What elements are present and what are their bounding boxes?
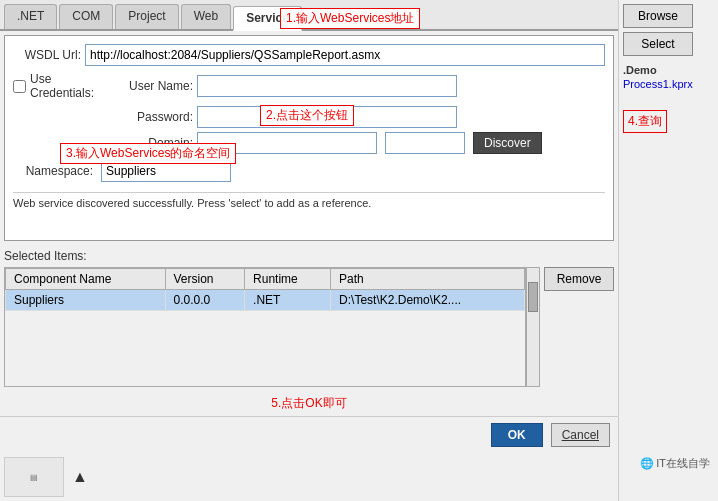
col-path: Path: [331, 269, 525, 290]
credentials-checkbox-wrap: Use Credentials:: [13, 72, 113, 100]
step4-label: 4.查询: [628, 114, 662, 128]
tab-service[interactable]: Service: [233, 6, 302, 31]
ok-cancel-row: OK Cancel: [0, 416, 618, 453]
tab-bar: .NET COM Project Web Service: [0, 0, 618, 31]
tab-dotnet[interactable]: .NET: [4, 4, 57, 29]
table-scrollbar[interactable]: [526, 267, 540, 387]
scrollbar-thumb: [528, 282, 538, 312]
watermark-text: IT在线自学: [656, 456, 710, 471]
tab-project[interactable]: Project: [115, 4, 178, 29]
discover-text-input[interactable]: [385, 132, 465, 154]
selected-items-section: Component Name Version Runtime Path Supp…: [4, 267, 614, 387]
username-input[interactable]: [197, 75, 457, 97]
username-field-row: User Name:: [113, 75, 457, 97]
bottom-area: 5.点击OK即可 OK Cancel: [0, 391, 618, 453]
right-sidebar: Browse Select .Demo Process1.kprx 4.查询 🌐…: [618, 0, 718, 501]
col-component-name: Component Name: [6, 269, 166, 290]
items-table-container: Component Name Version Runtime Path Supp…: [4, 267, 526, 387]
tab-com[interactable]: COM: [59, 4, 113, 29]
password-input[interactable]: [197, 106, 457, 128]
tab-web[interactable]: Web: [181, 4, 231, 29]
table-body: Suppliers 0.0.0.0 .NET D:\Test\K2.Demo\K…: [6, 290, 525, 311]
password-row: Password:: [113, 106, 605, 128]
cell-path: D:\Test\K2.Demo\K2....: [331, 290, 525, 311]
domain-label: Domain:: [113, 136, 193, 150]
wsdl-row: WSDL Url:: [13, 44, 605, 66]
cell-name: Suppliers: [6, 290, 166, 311]
step5-label: 5.点击OK即可: [271, 396, 346, 410]
thumbnail-content: ▤: [30, 473, 38, 482]
selected-items-label: Selected Items:: [4, 249, 614, 263]
cell-version: 0.0.0.0: [165, 290, 245, 311]
status-text: Web service discovered successfully. Pre…: [13, 192, 605, 209]
dialog-content: WSDL Url: Use Credentials: User Name: Pa…: [4, 35, 614, 241]
namespace-label: Namespace:: [13, 164, 93, 178]
top-side-buttons: Browse Select: [623, 4, 693, 56]
namespace-input[interactable]: [101, 160, 231, 182]
cancel-button[interactable]: Cancel: [551, 423, 610, 447]
namespace-row: Namespace:: [13, 160, 605, 182]
remove-button[interactable]: Remove: [544, 267, 614, 291]
bottom-bar: ▤ ▲: [0, 453, 618, 501]
step4-annotation: 4.查询: [623, 110, 667, 133]
domain-discover-row: Domain: Discover: [113, 132, 605, 154]
domain-input[interactable]: [197, 132, 377, 154]
col-runtime: Runtime: [245, 269, 331, 290]
watermark-icon: 🌐: [640, 457, 654, 470]
step5-annotation: 5.点击OK即可: [0, 391, 618, 416]
wsdl-input[interactable]: [85, 44, 605, 66]
cell-runtime: .NET: [245, 290, 331, 311]
sidebar-file[interactable]: Process1.kprx: [623, 78, 693, 90]
wsdl-label: WSDL Url:: [13, 48, 81, 62]
table-row[interactable]: Suppliers 0.0.0.0 .NET D:\Test\K2.Demo\K…: [6, 290, 525, 311]
items-table: Component Name Version Runtime Path Supp…: [5, 268, 525, 311]
select-button[interactable]: Select: [623, 32, 693, 56]
thumbnail: ▤: [4, 457, 64, 497]
discover-button[interactable]: Discover: [473, 132, 542, 154]
browse-button[interactable]: Browse: [623, 4, 693, 28]
use-credentials-checkbox[interactable]: [13, 80, 26, 93]
table-header: Component Name Version Runtime Path: [6, 269, 525, 290]
nav-arrow[interactable]: ▲: [72, 468, 88, 486]
password-label: Password:: [113, 110, 193, 124]
sidebar-title: .Demo: [623, 64, 657, 76]
username-label: User Name:: [113, 79, 193, 93]
remove-button-wrap: Remove: [540, 267, 614, 387]
col-version: Version: [165, 269, 245, 290]
credentials-row: Use Credentials: User Name:: [13, 72, 605, 100]
ok-button[interactable]: OK: [491, 423, 543, 447]
credentials-label: Use Credentials:: [30, 72, 113, 100]
watermark: 🌐 IT在线自学: [640, 456, 710, 471]
